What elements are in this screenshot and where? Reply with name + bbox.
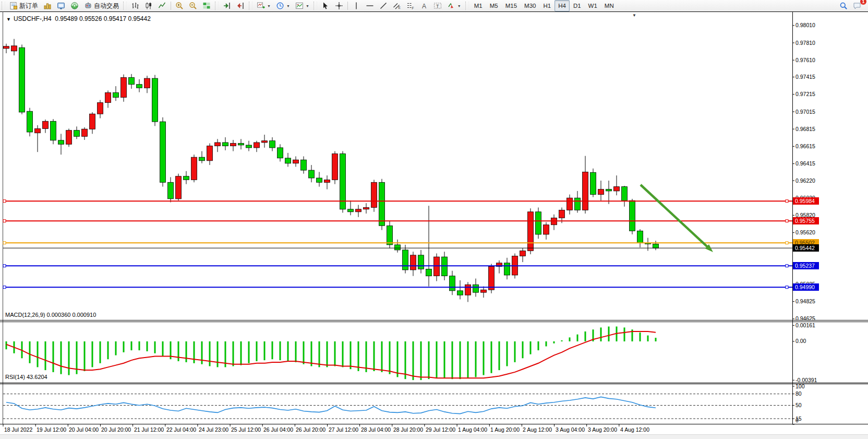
svg-text:A: A xyxy=(422,3,426,10)
rsi-name-label: RSI(14) xyxy=(5,374,25,380)
macd-signal-value: 0.000910 xyxy=(72,312,96,318)
candle-body xyxy=(317,178,322,182)
chart-legend: ▼USDCHF-,H4 0.95489 0.95526 0.95417 0.95… xyxy=(6,15,151,22)
candle-body xyxy=(403,250,408,270)
channel-icon: E xyxy=(393,2,401,10)
candle-body xyxy=(465,284,471,295)
cursor-tool-button[interactable] xyxy=(319,0,332,11)
candle-body xyxy=(301,160,307,170)
fibonacci-icon: F xyxy=(406,2,415,10)
arrows-tool-button[interactable]: ▼ xyxy=(444,0,464,11)
timeframe-M5[interactable]: M5 xyxy=(486,0,502,11)
svg-text:E: E xyxy=(398,6,401,9)
templates-button[interactable]: ▼ xyxy=(293,0,312,11)
candle-body xyxy=(387,226,393,245)
candle-body xyxy=(348,209,354,212)
ohlc-low: 0.95417 xyxy=(104,15,126,22)
candle-body xyxy=(285,158,291,163)
vertical-line-tool-button[interactable] xyxy=(349,0,363,11)
candle-body xyxy=(184,176,189,180)
candle-body xyxy=(528,212,534,251)
timeframe-D1[interactable]: D1 xyxy=(570,0,585,11)
auto-trading-label: 自动交易 xyxy=(94,2,119,10)
terminal-icon xyxy=(57,2,65,10)
notifications-button[interactable]: 1 xyxy=(850,0,864,11)
new-order-label: 新订单 xyxy=(19,2,38,10)
candlestick-icon xyxy=(144,2,153,10)
toolbar-grip xyxy=(314,2,317,10)
dropdown-caret-icon: ▼ xyxy=(306,4,309,8)
toolbar-grip xyxy=(465,2,469,10)
charts-button[interactable] xyxy=(41,0,54,11)
candle-body xyxy=(137,85,142,88)
horizontal-line-icon xyxy=(366,2,374,10)
candle-body xyxy=(426,269,432,276)
signal-icon xyxy=(70,2,79,10)
ohlc-close: 0.95442 xyxy=(128,15,150,22)
text-icon: A xyxy=(420,2,428,10)
candle-body xyxy=(191,157,197,180)
terminal-button[interactable] xyxy=(54,0,68,11)
equidistant-channel-tool-button[interactable]: E xyxy=(390,0,404,11)
bar-chart-type-button[interactable] xyxy=(128,0,142,11)
search-icon xyxy=(839,2,848,10)
candle-body xyxy=(473,284,479,292)
toolbar-grip xyxy=(215,2,219,10)
new-order-icon xyxy=(9,2,18,10)
fibonacci-tool-button[interactable]: F xyxy=(404,0,417,11)
timeframe-MN[interactable]: MN xyxy=(601,0,618,11)
candle-body xyxy=(270,141,275,148)
auto-scroll-button[interactable] xyxy=(220,0,234,11)
candle-body xyxy=(536,212,541,234)
candle-body xyxy=(98,103,103,114)
timeframe-M30[interactable]: M30 xyxy=(521,0,539,11)
toolbar-grip xyxy=(123,2,127,10)
candlestick-type-button[interactable] xyxy=(142,0,155,11)
chart-canvas[interactable] xyxy=(0,11,868,434)
candle-body xyxy=(121,77,127,97)
tile-windows-button[interactable] xyxy=(200,0,213,11)
mt4-terminal-window: 新订单 自动交易 xyxy=(0,0,868,439)
chart-shift-marker-icon[interactable]: ▼ xyxy=(632,13,636,18)
text-label-tool-button[interactable]: T xyxy=(431,0,444,11)
text-tool-button[interactable]: A xyxy=(417,0,431,11)
candle-body xyxy=(590,172,596,194)
signals-button[interactable] xyxy=(68,0,81,11)
trendline-tool-button[interactable] xyxy=(377,0,390,11)
timeframe-W1[interactable]: W1 xyxy=(585,0,601,11)
candle-body xyxy=(168,182,174,199)
dropdown-caret-icon: ▼ xyxy=(457,4,461,8)
timeframe-H4[interactable]: H4 xyxy=(554,0,570,11)
timeframe-M1[interactable]: M1 xyxy=(471,0,486,11)
search-button[interactable] xyxy=(837,0,850,11)
candle-body xyxy=(278,148,283,158)
main-toolbar: 新订单 自动交易 xyxy=(0,0,868,12)
macd-legend: MACD(12,26,9) 0.000360 0.000910 xyxy=(5,312,96,318)
periods-button[interactable]: ▼ xyxy=(273,0,293,11)
timeframe-H1[interactable]: H1 xyxy=(539,0,554,11)
candle-body xyxy=(82,129,88,136)
candle-body xyxy=(598,189,604,195)
candle-body xyxy=(442,257,448,276)
candle-body xyxy=(575,198,581,210)
candle-body xyxy=(637,231,643,243)
chart-shift-button[interactable] xyxy=(234,0,247,11)
horizontal-line-tool-button[interactable] xyxy=(363,0,377,11)
zoom-in-button[interactable] xyxy=(173,0,186,11)
toolbar-grip xyxy=(249,2,252,10)
auto-scroll-icon xyxy=(223,2,231,10)
new-order-button[interactable]: 新订单 xyxy=(7,0,41,11)
zoom-out-button[interactable] xyxy=(186,0,200,11)
candle-body xyxy=(379,182,385,226)
symbol-period-label: USDCHF-,H4 xyxy=(14,15,52,22)
indicators-button[interactable]: ▼ xyxy=(254,0,273,11)
candle-body xyxy=(231,144,236,146)
line-chart-type-button[interactable] xyxy=(155,0,169,11)
candle-body xyxy=(66,130,72,145)
candle-body xyxy=(622,187,628,201)
candle-body xyxy=(51,121,56,140)
candle-body xyxy=(207,146,213,161)
timeframe-M15[interactable]: M15 xyxy=(502,0,521,11)
crosshair-tool-button[interactable] xyxy=(332,0,346,11)
auto-trading-button[interactable]: 自动交易 xyxy=(81,0,122,11)
